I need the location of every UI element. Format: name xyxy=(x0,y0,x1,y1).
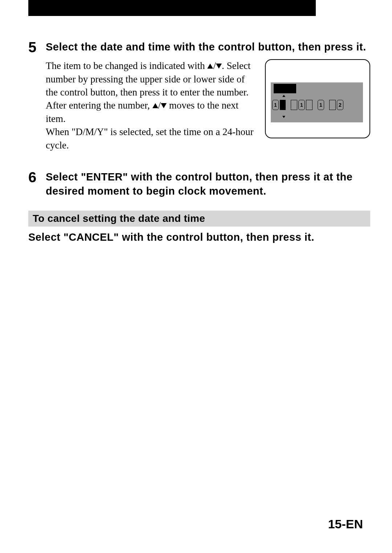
figure-lcd: 1 1 1 2 xyxy=(271,82,363,122)
step-number-5: 5 xyxy=(28,40,46,152)
step-number-6: 6 xyxy=(28,170,46,198)
triangle-down-icon xyxy=(216,64,222,69)
figure-digit-box xyxy=(329,100,336,110)
step-5-para2a: After entering the number, xyxy=(46,100,152,111)
step-5: 5 Select the date and time with the cont… xyxy=(28,40,370,152)
header-black-bar xyxy=(28,0,316,16)
step-5-para1a: The item to be changed is indicated with xyxy=(46,60,207,71)
step-6-heading: Select "ENTER" with the control button, … xyxy=(46,170,370,198)
triangle-down-icon xyxy=(161,103,167,108)
figure-digit-selected xyxy=(280,100,286,110)
step-6: 6 Select "ENTER" with the control button… xyxy=(28,170,370,198)
page-number: 15-EN xyxy=(328,517,363,531)
triangle-up-icon xyxy=(207,64,213,69)
figure-digit-box xyxy=(306,100,313,110)
step-5-para3: When "D/M/Y" is selected, set the time o… xyxy=(46,126,253,150)
cancel-subheading: To cancel setting the date and time xyxy=(28,211,370,227)
triangle-up-icon xyxy=(152,103,158,108)
figure-arrow-down-icon xyxy=(282,116,285,118)
step-5-body: Select the date and time with the contro… xyxy=(46,40,370,152)
figure-digit: 1 xyxy=(318,100,324,110)
figure-digit: 1 xyxy=(298,100,305,110)
cancel-text: Select "CANCEL" with the control button,… xyxy=(28,230,370,244)
figure-digit-box xyxy=(291,100,297,110)
step-6-body: Select "ENTER" with the control button, … xyxy=(46,170,370,198)
step-5-row: The item to be changed is indicated with… xyxy=(46,59,370,152)
figure-black-indicator xyxy=(274,84,296,93)
figure-arrow-up-icon xyxy=(282,95,285,97)
figure-digit: 2 xyxy=(337,100,343,110)
figure-digit: 1 xyxy=(272,100,279,110)
page-content: 5 Select the date and time with the cont… xyxy=(28,40,370,245)
clock-set-figure: 1 1 1 2 xyxy=(265,59,370,138)
figure-digit-row: 1 1 1 2 xyxy=(272,100,343,110)
step-5-text: The item to be changed is indicated with… xyxy=(46,59,256,152)
step-5-heading: Select the date and time with the contro… xyxy=(46,40,370,54)
